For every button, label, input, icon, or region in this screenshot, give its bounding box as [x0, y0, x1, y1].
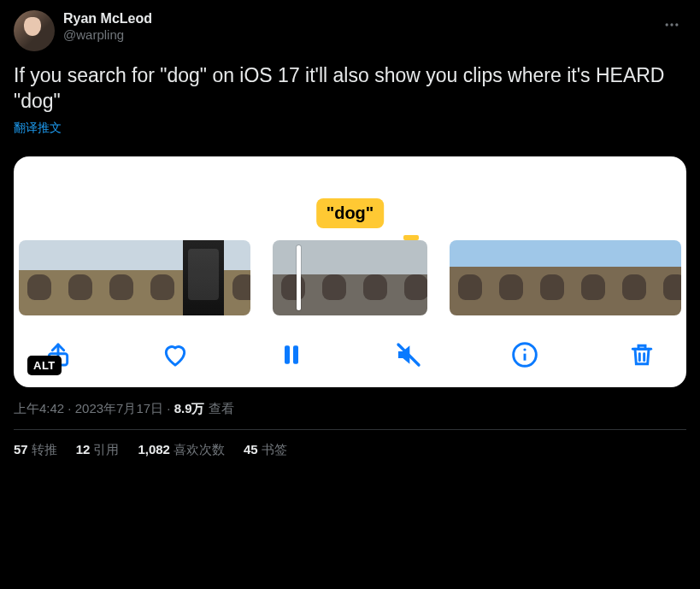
video-frame [19, 240, 60, 315]
info-button[interactable] [511, 341, 538, 368]
clip-thumbnail-group[interactable] [273, 240, 427, 315]
ellipsis-icon [663, 16, 680, 33]
views-label: 查看 [209, 401, 234, 415]
video-filmstrip[interactable] [14, 225, 686, 322]
search-term-marker [403, 235, 419, 240]
delete-button[interactable] [628, 341, 656, 368]
svg-point-9 [524, 348, 526, 350]
pause-icon [278, 341, 305, 368]
mute-button[interactable] [395, 341, 422, 368]
video-frame [183, 240, 224, 315]
media-attachment[interactable]: "dog" [14, 156, 686, 387]
retweets-label: 转推 [32, 442, 57, 456]
video-frame [532, 240, 573, 315]
playhead-indicator[interactable] [297, 245, 301, 310]
svg-rect-4 [285, 345, 290, 363]
retweets-count: 57 [14, 442, 28, 456]
bookmarks-stat[interactable]: 45书签 [244, 442, 287, 458]
handle: @warpling [63, 27, 152, 44]
views-count: 8.9万 [174, 401, 205, 415]
video-frame [101, 240, 142, 315]
tweet-time[interactable]: 上午4:42 [14, 401, 64, 415]
display-name: Ryan McLeod [63, 10, 152, 27]
heart-icon [162, 341, 189, 368]
avatar[interactable] [14, 10, 55, 51]
video-frame [224, 240, 250, 315]
video-frame [355, 240, 396, 315]
engagement-row: 57转推 12引用 1,082喜欢次数 45书签 [14, 430, 686, 458]
likes-label: 喜欢次数 [174, 442, 225, 456]
author-names[interactable]: Ryan McLeod @warpling [63, 10, 152, 44]
info-icon [511, 341, 538, 368]
video-frame [655, 240, 681, 315]
search-term-chip: "dog" [316, 198, 385, 228]
retweets-stat[interactable]: 57转推 [14, 442, 57, 458]
tweet-container: Ryan McLeod @warpling If you search for … [0, 0, 700, 468]
media-header-area: "dog" [14, 156, 686, 225]
clip-thumbnail-group[interactable] [450, 240, 681, 315]
video-frame [614, 240, 655, 315]
tweet-date[interactable]: 2023年7月17日 [75, 401, 163, 415]
quotes-count: 12 [76, 442, 91, 456]
quotes-stat[interactable]: 12引用 [76, 442, 120, 458]
tweet-text: If you search for "dog" on iOS 17 it'll … [14, 63, 686, 115]
likes-stat[interactable]: 1,082喜欢次数 [138, 442, 225, 458]
bookmarks-count: 45 [244, 442, 258, 456]
video-frame [314, 240, 355, 315]
more-options-button[interactable] [657, 10, 686, 39]
translate-link[interactable]: 翻译推文 [14, 121, 62, 136]
media-toolbar [14, 322, 686, 375]
tweet-header: Ryan McLeod @warpling [14, 10, 686, 51]
speaker-muted-icon [395, 341, 422, 368]
svg-rect-5 [293, 345, 298, 363]
video-frame [450, 240, 491, 315]
like-button[interactable] [162, 341, 189, 368]
bookmarks-label: 书签 [262, 442, 287, 456]
svg-point-0 [666, 23, 668, 26]
quotes-label: 引用 [93, 442, 119, 456]
trash-icon [628, 341, 656, 368]
video-frame [273, 240, 314, 315]
video-frame [491, 240, 532, 315]
svg-point-1 [670, 23, 673, 26]
clip-thumbnail-group[interactable] [19, 240, 250, 315]
video-frame [60, 240, 101, 315]
alt-text-badge[interactable]: ALT [27, 356, 62, 375]
pause-button[interactable] [278, 341, 305, 368]
video-frame [573, 240, 614, 315]
video-frame [396, 240, 427, 315]
svg-point-2 [675, 23, 678, 26]
likes-count: 1,082 [138, 442, 170, 456]
video-frame [142, 240, 183, 315]
tweet-meta: 上午4:42 · 2023年7月17日 · 8.9万 查看 [14, 401, 686, 417]
